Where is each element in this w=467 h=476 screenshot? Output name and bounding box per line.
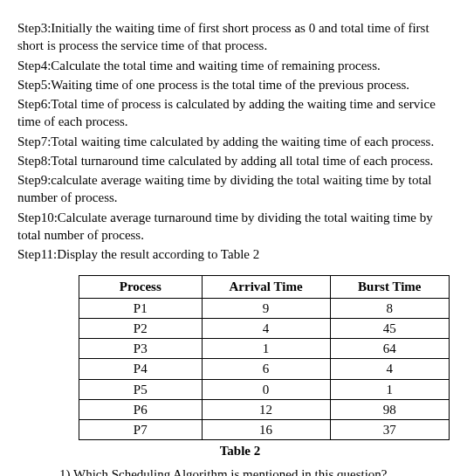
cell-arrival: 4	[202, 318, 330, 338]
step-11: Step11:Display the result according to T…	[17, 245, 450, 263]
header-burst: Burst Time	[330, 276, 449, 298]
cell-arrival: 6	[202, 359, 330, 379]
step-3: Step3:Initially the waiting time of firs…	[17, 19, 450, 55]
header-arrival: Arrival Time	[202, 276, 330, 298]
step-4: Step4:Calculate the total time and waiti…	[17, 57, 450, 74]
steps-block: Step3:Initially the waiting time of firs…	[17, 19, 450, 263]
cell-process: P7	[79, 420, 203, 440]
cell-process: P1	[79, 298, 203, 318]
table-row: P6 12 98	[79, 399, 450, 419]
cell-burst: 37	[330, 420, 449, 440]
cell-burst: 98	[330, 399, 449, 419]
cell-arrival: 0	[202, 379, 330, 399]
table-header-row: Process Arrival Time Burst Time	[79, 276, 450, 298]
cell-burst: 64	[330, 339, 449, 359]
cell-process: P5	[79, 379, 203, 399]
table-row: P2 4 45	[79, 318, 450, 338]
cell-process: P4	[79, 359, 203, 379]
question-1: 1) Which Scheduling Algorithm is mention…	[59, 466, 450, 477]
table-caption: Table 2	[79, 442, 402, 459]
cell-arrival: 9	[202, 298, 330, 318]
cell-burst: 45	[330, 318, 449, 338]
cell-process: P2	[79, 318, 203, 338]
cell-burst: 1	[330, 379, 449, 399]
table-2: Process Arrival Time Burst Time P1 9 8 P…	[79, 275, 450, 440]
cell-process: P6	[79, 399, 203, 419]
cell-burst: 4	[330, 359, 449, 379]
table-row: P1 9 8	[79, 298, 450, 318]
header-process: Process	[79, 276, 203, 298]
cell-arrival: 16	[202, 420, 330, 440]
cell-arrival: 1	[202, 339, 330, 359]
step-5: Step5:Waiting time of one process is the…	[17, 76, 450, 93]
step-7: Step7:Total waiting time calculated by a…	[17, 133, 450, 150]
table-row: P4 6 4	[79, 359, 450, 379]
cell-arrival: 12	[202, 399, 330, 419]
table-row: P5 0 1	[79, 379, 450, 399]
step-9: Step9:calculate average waiting time by …	[17, 171, 450, 207]
table-row: P3 1 64	[79, 339, 450, 359]
question-list: 1) Which Scheduling Algorithm is mention…	[17, 466, 450, 477]
step-8: Step8:Total turnaround time calculated b…	[17, 152, 450, 169]
step-10: Step10:Calculate average turnaround time…	[17, 209, 450, 245]
cell-process: P3	[79, 339, 203, 359]
table-row: P7 16 37	[79, 420, 450, 440]
step-6: Step6:Total time of process is calculate…	[17, 95, 450, 131]
cell-burst: 8	[330, 298, 449, 318]
